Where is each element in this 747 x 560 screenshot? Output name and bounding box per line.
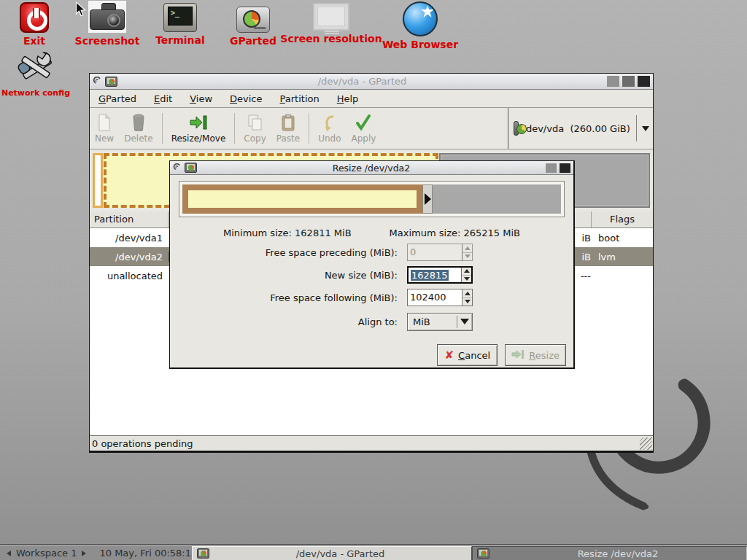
new-button[interactable]: New — [90, 108, 119, 149]
menu-view[interactable]: View — [190, 93, 212, 104]
desktop-icon-exit[interactable]: Exit — [12, 2, 57, 47]
clipboard-icon — [281, 113, 295, 132]
desktop: Exit Screenshot >_ Terminal GParted Scre… — [0, 0, 747, 560]
dropdown-arrow-icon — [642, 126, 649, 131]
field-label: Free space following (MiB): — [270, 292, 398, 303]
free-space-preceding-row: Free space preceding (MiB): 0 — [170, 244, 573, 261]
camera-icon — [88, 1, 126, 33]
size-fragment: --- — [575, 271, 591, 281]
window-titlebar[interactable]: /dev/vda - GParted — [90, 74, 653, 90]
free-space-block — [433, 184, 561, 214]
menu-help[interactable]: Help — [337, 93, 359, 104]
flags-value: boot — [591, 233, 653, 244]
terminal-icon: >_ — [163, 3, 197, 32]
copy-button[interactable]: Copy — [239, 108, 271, 149]
paste-button[interactable]: Paste — [271, 108, 305, 149]
partition-resize-block[interactable] — [182, 184, 422, 214]
flags-value: lvm — [591, 252, 653, 262]
tools-icon — [15, 51, 57, 86]
monitor-icon — [313, 3, 349, 31]
undo-arrow-icon — [322, 113, 337, 132]
minimize-button[interactable] — [607, 76, 619, 87]
delete-button[interactable]: Delete — [119, 108, 158, 149]
dialog-buttons: ✘ Cancel Resize — [170, 344, 573, 366]
globe-icon — [403, 1, 438, 36]
toolbar-separator — [309, 113, 309, 144]
close-button[interactable] — [638, 76, 650, 87]
resize-button[interactable]: Resize — [505, 344, 566, 366]
status-text: 0 operations pending — [92, 438, 193, 449]
mouse-cursor — [75, 1, 86, 18]
maximize-button[interactable] — [622, 76, 635, 87]
toolbar-separator — [234, 113, 235, 144]
taskbar: Workspace 1 10 May, Fri 00:58:13 /dev/vd… — [0, 545, 747, 560]
resize-grip[interactable] — [640, 438, 652, 450]
dialog-titlebar[interactable]: Resize /dev/vda2 — [170, 161, 573, 175]
copy-icon — [247, 113, 263, 132]
new-size-row: New size (MiB): 162815 — [170, 266, 573, 284]
desktop-icon-network-config[interactable]: Network config — [4, 51, 67, 98]
clock: 10 May, Fri 00:58:13 — [93, 546, 204, 560]
new-size-input[interactable]: 162815 — [407, 266, 473, 284]
align-to-row: Align to: MiB — [170, 313, 573, 330]
close-button[interactable] — [560, 163, 570, 173]
resize-dialog: Resize /dev/vda2 Minimum size: 162811 Mi… — [169, 160, 575, 369]
device-selector[interactable]: /dev/vda (260.00 GiB) — [508, 108, 653, 149]
size-fragment: iB — [575, 233, 591, 244]
dialog-title: Resize /dev/vda2 — [200, 163, 543, 174]
menu-partition[interactable]: Partition — [280, 93, 320, 104]
maximize-button[interactable] — [546, 163, 557, 173]
spin-down-button[interactable] — [462, 298, 472, 306]
window-title: /dev/vda - GParted — [120, 76, 604, 87]
partition-vda1-block[interactable] — [93, 153, 103, 208]
free-space-following-row: Free space following (MiB): 102400 — [170, 289, 573, 306]
resize-visual — [179, 181, 565, 217]
spin-up-button[interactable] — [462, 289, 472, 298]
resize-move-button[interactable]: Resize/Move — [166, 108, 231, 149]
free-space-following-input[interactable]: 102400 — [407, 289, 473, 306]
toolbar: New Delete Resize/Move Copy — [90, 108, 653, 149]
gparted-icon — [477, 548, 489, 559]
partition-name: unallocated — [90, 271, 169, 281]
partition-name: /dev/vda1 — [90, 233, 169, 244]
debian-swirl-icon — [173, 163, 182, 173]
column-partition[interactable]: Partition — [90, 211, 169, 228]
resize-handle[interactable] — [422, 184, 433, 214]
icon-label: GParted — [230, 35, 276, 47]
apply-check-icon — [355, 113, 372, 132]
debian-swirl-icon — [93, 77, 102, 87]
gparted-icon — [105, 77, 117, 87]
prev-workspace-icon[interactable] — [7, 551, 11, 556]
column-flags[interactable]: Flags — [591, 211, 653, 228]
gparted-icon — [197, 548, 209, 559]
spin-up-button[interactable] — [462, 268, 471, 275]
align-to-dropdown[interactable]: MiB — [407, 313, 473, 331]
size-fragment: iB — [575, 252, 591, 262]
icon-label: Network config — [1, 88, 70, 98]
field-label: New size (MiB): — [325, 270, 398, 281]
apply-button[interactable]: Apply — [347, 108, 382, 149]
x-icon: ✘ — [445, 350, 454, 361]
task-button-resize-dialog[interactable]: Resize /dev/vda2 — [472, 546, 747, 560]
desktop-icon-screen-resolution[interactable]: Screen resolution — [285, 3, 378, 44]
menu-gparted[interactable]: GParted — [98, 93, 136, 104]
icon-label: Terminal — [155, 34, 205, 46]
task-button-gparted[interactable]: /dev/vda - GParted — [192, 546, 472, 560]
desktop-icon-terminal[interactable]: >_ Terminal — [150, 3, 210, 46]
menu-edit[interactable]: Edit — [154, 93, 172, 104]
resize-icon — [511, 349, 525, 362]
desktop-icon-gparted[interactable]: GParted — [224, 7, 282, 47]
next-workspace-icon[interactable] — [82, 551, 86, 556]
spin-down-button[interactable] — [462, 275, 471, 283]
cancel-button[interactable]: ✘ Cancel — [437, 344, 498, 366]
menu-device[interactable]: Device — [230, 93, 262, 104]
max-size-label: Maximum size: 265215 MiB — [390, 228, 520, 238]
new-document-icon — [97, 113, 112, 132]
undo-button[interactable]: Undo — [313, 108, 346, 149]
toolbar-separator — [162, 113, 163, 144]
icon-label: Screenshot — [75, 35, 140, 47]
workspace-switcher[interactable]: Workspace 1 — [0, 546, 93, 560]
dropdown-arrow-icon — [457, 319, 472, 324]
gparted-icon — [185, 163, 197, 173]
desktop-icon-web-browser[interactable]: Web Browser — [379, 1, 461, 50]
